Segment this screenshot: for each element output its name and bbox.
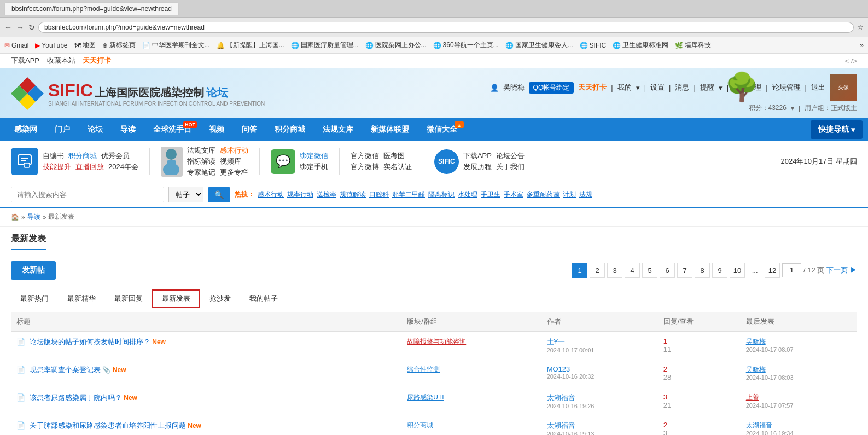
nav-item-handwash[interactable]: 全球洗手日HOT [144,118,200,141]
bookmark-map[interactable]: 🗺 地图 [74,40,96,50]
last-poster-link[interactable]: 吴晓梅 [746,338,766,345]
board-link[interactable]: 故障报修与功能咨询 [407,338,466,345]
bookmark-office[interactable]: 🌐 医院染网上办公... [365,40,427,50]
hot-search-2[interactable]: 规率行动 [287,190,313,199]
settings-link[interactable]: 设置 [650,83,665,92]
bookmark-nhc[interactable]: 🌐 国家卫生健康委人... [505,40,573,50]
board-link[interactable]: 综合性监测 [407,366,440,373]
remind-link[interactable]: 提醒 [700,83,714,92]
hot-search-5[interactable]: 口腔科 [369,190,389,199]
dev-history-link[interactable]: 发展历程 [463,162,492,172]
url-bar[interactable] [38,22,854,33]
bookmark-qiangku[interactable]: 🌿 墙库科技 [675,40,711,50]
page-6[interactable]: 6 [660,263,675,278]
index-read-link[interactable]: 指标解读 [187,156,215,166]
bookmark-newtab[interactable]: ⊕ 新标签页 [102,40,136,50]
page-1[interactable]: 1 [572,263,587,278]
official-weixin-link[interactable]: 官方微信 [351,151,379,161]
post-title-link[interactable]: 该患者尿路感染属于院内吗？ [30,393,122,402]
skill-up-link[interactable]: 技能提升 [43,162,71,172]
bookmark-youtube[interactable]: ▶ YouTube [35,42,67,49]
last-poster-link[interactable]: 吴晓梅 [746,366,766,373]
logout-link[interactable]: 退出 [811,83,825,92]
page-2[interactable]: 2 [590,263,605,278]
new-post-button[interactable]: 发新帖 [11,261,56,280]
active-tab[interactable]: bbsinfect.com/forum.php?mod=guide&view=n… [4,2,179,15]
live-replay-link[interactable]: 直播回放 [75,162,104,172]
search-input[interactable] [11,187,164,202]
nav-item-infection[interactable]: 感染网 [5,118,46,141]
hot-search-10[interactable]: 手术室 [504,190,523,199]
nav-item-law[interactable]: 法规文库 [314,118,362,141]
search-button[interactable]: 🔍 [208,187,230,202]
board-link[interactable]: 尿路感染UTI [407,393,444,401]
forum-mgmt-link[interactable]: 论坛管理 [772,83,801,92]
last-poster-link[interactable]: 太湖福音 [746,421,772,429]
download-app-link[interactable]: 下载APP [11,56,39,65]
search-type-select[interactable]: 帖子 [168,187,203,202]
forum-notice-link[interactable]: 论坛公告 [496,151,525,161]
bookmark-star-icon[interactable]: ☆ [857,23,864,31]
nav-item-points[interactable]: 积分商城 [266,118,314,141]
tab-featured[interactable]: 最新精华 [58,290,105,308]
bind-weixin-link[interactable]: 绑定微信 [300,151,328,161]
nav-item-portal[interactable]: 门户 [46,118,79,141]
tab-sofa[interactable]: 抢沙发 [200,290,240,308]
points-mall-link[interactable]: 积分商城 [68,151,97,161]
quick-nav-button[interactable]: 快捷导航 ▾ [811,120,863,139]
nav-item-media[interactable]: 新媒体联盟 [362,118,418,141]
post-title-link[interactable]: 论坛版块的帖子如何按发帖时间排序？ [30,338,150,346]
page-9[interactable]: 9 [712,263,727,278]
nav-item-qa[interactable]: 问答 [233,118,266,141]
bookmark-journal[interactable]: 📄 中华医学期刊全文... [142,40,210,50]
bookmark-quality[interactable]: 🌐 国家医疗质量管理... [291,40,359,50]
user-name-link[interactable]: 吴晓梅 [503,83,525,92]
page-8[interactable]: 8 [695,263,710,278]
board-link[interactable]: 积分商城 [407,421,433,429]
self-edit-link[interactable]: 自编书 [43,151,64,161]
page-input[interactable] [782,263,801,277]
nav-item-video[interactable]: 视频 [200,118,233,141]
download-app-link2[interactable]: 下载APP [463,151,492,161]
hot-search-12[interactable]: 计划 [563,190,576,199]
hot-search-11[interactable]: 多重耐药菌 [527,190,560,199]
bookmark-360[interactable]: 🌐 360导航一个主页... [433,40,499,50]
next-page-button[interactable]: 下一页 ▶ [826,265,857,275]
bookmark-remind[interactable]: 🔔 【新提醒】上海国... [217,40,284,50]
tab-my-posts[interactable]: 我的帖子 [240,290,287,308]
more-special-link[interactable]: 更多专栏 [220,167,248,177]
video-lib-link[interactable]: 视频库 [220,156,241,166]
qq-bind-btn[interactable]: QQ帐号绑定 [529,82,574,94]
page-12[interactable]: 12 [765,263,780,278]
nav-item-forum[interactable]: 论坛 [79,118,112,141]
tab-hot[interactable]: 最新热门 [11,290,58,308]
nav-item-guide[interactable]: 导读 [112,118,144,141]
reload-icon[interactable]: ↻ [28,23,35,32]
page-4[interactable]: 4 [625,263,640,278]
page-5[interactable]: 5 [642,263,657,278]
daily-check-header-link[interactable]: 天天打卡 [578,83,607,92]
more-bookmarks-icon[interactable]: » [860,42,864,49]
shu-action-link[interactable]: 感术行动 [220,146,248,155]
bind-phone-link[interactable]: 绑定手机 [300,162,328,172]
messages-link[interactable]: 消息 [675,83,689,92]
daily-check-link[interactable]: 天天打卡 [83,56,111,65]
bookmark-gmail[interactable]: ✉ Gmail [4,42,28,49]
page-10[interactable]: 10 [730,263,745,278]
forward-icon[interactable]: → [16,23,24,32]
hot-search-3[interactable]: 送检率 [317,190,336,199]
back-icon[interactable]: ← [4,23,12,32]
hot-search-13[interactable]: 法规 [579,190,592,199]
official-weibo-link[interactable]: 官方微博 [351,162,379,172]
tab-new-post[interactable]: 最新发表 [152,289,200,308]
hot-search-6[interactable]: 邻苯二甲醛 [392,190,425,199]
vip-link[interactable]: 优秀会员 [101,151,130,161]
hot-search-9[interactable]: 手卫生 [481,190,500,199]
wode-link[interactable]: 我的 [617,83,632,92]
real-name-link[interactable]: 实名认证 [383,162,412,172]
law-library-link[interactable]: 法规文库 [187,146,215,155]
last-poster-link[interactable]: 上善 [746,393,759,401]
breadcrumb-home[interactable]: 🏠 [11,213,19,221]
bookmark-health-std[interactable]: 🌐 卫生健康标准网 [613,40,668,50]
hot-search-4[interactable]: 规范解读 [340,190,366,199]
